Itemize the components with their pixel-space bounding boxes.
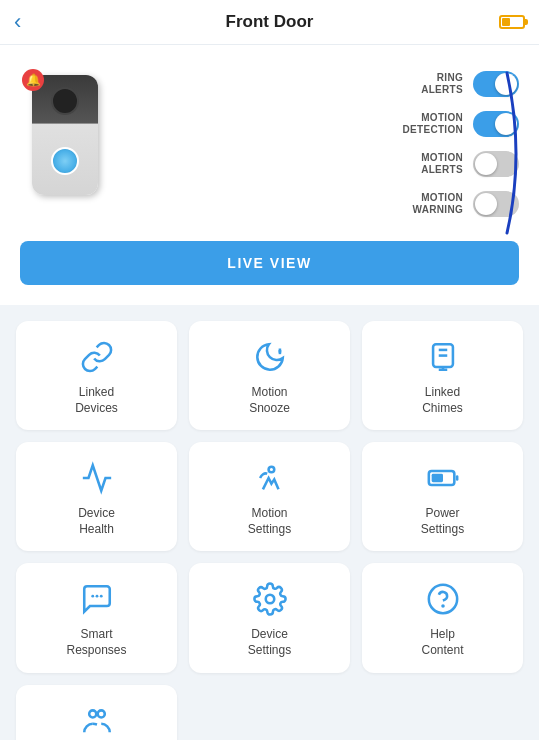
doorbell-button <box>51 147 79 175</box>
svg-point-13 <box>265 595 274 604</box>
svg-point-10 <box>91 595 94 598</box>
grid-row-3: SmartResponses DeviceSettings HelpConten… <box>16 563 523 672</box>
grid-section: LinkedDevices MotionSnooze LinkedChimes … <box>0 305 539 740</box>
toggle-knob <box>475 193 497 215</box>
motion-warning-toggle[interactable] <box>473 191 519 217</box>
grid-row-1: LinkedDevices MotionSnooze LinkedChimes <box>16 321 523 430</box>
motion-detection-label: MOTIONDETECTION <box>403 112 463 136</box>
live-view-button[interactable]: LIVE VIEW <box>20 241 519 285</box>
shared-icon <box>79 703 115 739</box>
help-content-label: HelpContent <box>421 627 463 658</box>
svg-point-11 <box>95 595 98 598</box>
device-health-label: DeviceHealth <box>78 506 115 537</box>
toggle-knob <box>475 153 497 175</box>
grid-row-2: DeviceHealth MotionSettings PowerSetting… <box>16 442 523 551</box>
back-button[interactable]: ‹ <box>14 9 21 35</box>
ring-alerts-label: RINGALERTS <box>421 72 463 96</box>
battery-icon <box>499 15 525 29</box>
smart-responses-label: SmartResponses <box>66 627 126 658</box>
svg-point-7 <box>268 467 274 473</box>
top-section: 🔔 RINGALERTS MOTIONDETECTION <box>0 45 539 241</box>
health-icon <box>79 460 115 496</box>
motion-snooze-label: MotionSnooze <box>249 385 290 416</box>
svg-rect-9 <box>431 474 442 483</box>
motion-detection-toggle[interactable] <box>473 111 519 137</box>
shared-access-card[interactable]: SharedAccess <box>16 685 177 740</box>
motion-alerts-toggle[interactable] <box>473 151 519 177</box>
smart-icon <box>79 581 115 617</box>
live-view-container: LIVE VIEW <box>0 241 539 305</box>
device-settings-card[interactable]: DeviceSettings <box>189 563 350 672</box>
power-settings-card[interactable]: PowerSettings <box>362 442 523 551</box>
linked-devices-card[interactable]: LinkedDevices <box>16 321 177 430</box>
motion-warning-label: MOTIONWARNING <box>413 192 463 216</box>
doorbell-image: 🔔 <box>20 75 110 195</box>
motion-alerts-label: MOTIONALERTS <box>421 152 463 176</box>
toggles-wrapper: RINGALERTS MOTIONDETECTION MOTIONALERTS <box>403 65 519 217</box>
toggle-knob <box>495 113 517 135</box>
motion-settings-label: MotionSettings <box>248 506 291 537</box>
header: ‹ Front Door <box>0 0 539 45</box>
motion-alerts-row: MOTIONALERTS <box>403 151 519 177</box>
power-settings-label: PowerSettings <box>421 506 464 537</box>
toggle-knob <box>495 73 517 95</box>
battery-indicator <box>499 15 525 29</box>
battery-fill <box>502 18 510 26</box>
help-icon <box>425 581 461 617</box>
doorbell-camera <box>51 87 79 115</box>
motion-snooze-card[interactable]: MotionSnooze <box>189 321 350 430</box>
grid-row-4: SharedAccess <box>16 685 523 740</box>
device-settings-label: DeviceSettings <box>248 627 291 658</box>
ring-alerts-toggle[interactable] <box>473 71 519 97</box>
doorbell-body <box>32 75 98 195</box>
gear-icon <box>252 581 288 617</box>
link-icon <box>79 339 115 375</box>
ring-alerts-row: RINGALERTS <box>403 71 519 97</box>
doorbell-badge: 🔔 <box>22 69 44 91</box>
toggles-container: RINGALERTS MOTIONDETECTION MOTIONALERTS <box>403 71 519 217</box>
motion-settings-card[interactable]: MotionSettings <box>189 442 350 551</box>
linked-devices-label: LinkedDevices <box>75 385 118 416</box>
linked-chimes-card[interactable]: LinkedChimes <box>362 321 523 430</box>
smart-responses-card[interactable]: SmartResponses <box>16 563 177 672</box>
svg-point-16 <box>89 710 96 717</box>
linked-chimes-label: LinkedChimes <box>422 385 463 416</box>
svg-point-17 <box>97 710 104 717</box>
chime-icon <box>425 339 461 375</box>
motion-icon <box>252 460 288 496</box>
moon-icon <box>252 339 288 375</box>
motion-warning-row: MOTIONWARNING <box>403 191 519 217</box>
help-content-card[interactable]: HelpContent <box>362 563 523 672</box>
svg-point-12 <box>99 595 102 598</box>
svg-point-14 <box>428 585 456 613</box>
page-title: Front Door <box>226 12 314 32</box>
motion-detection-row: MOTIONDETECTION <box>403 111 519 137</box>
bell-icon: 🔔 <box>26 73 41 87</box>
device-health-card[interactable]: DeviceHealth <box>16 442 177 551</box>
battery-settings-icon <box>425 460 461 496</box>
